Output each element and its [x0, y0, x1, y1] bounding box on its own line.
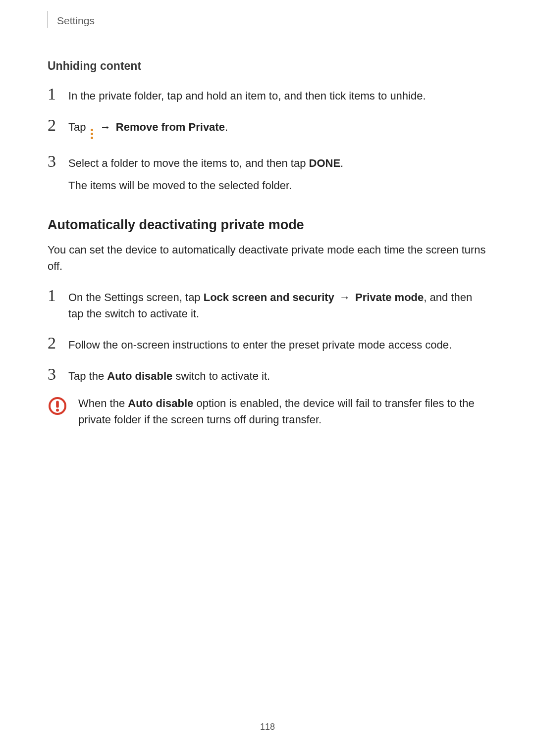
step-text-b2: Private mode — [355, 291, 424, 303]
more-options-icon — [91, 129, 93, 140]
step-text-prefix: Select a folder to move the items to, an… — [68, 157, 309, 169]
step-text-bold: DONE — [309, 157, 341, 169]
step-text-b1: Auto disable — [107, 370, 172, 382]
caution-box: When the Auto disable option is enabled,… — [48, 395, 489, 428]
step-3: 3 Select a folder to move the items to, … — [48, 153, 489, 194]
step-number: 2 — [48, 335, 59, 352]
step-2: 2 Follow the on-screen instructions to e… — [48, 335, 489, 353]
step-text: Follow the on-screen instructions to ent… — [68, 337, 452, 353]
step-text-prefix: Tap — [68, 121, 89, 133]
step-2: 2 Tap → Remove from Private. — [48, 117, 489, 140]
page: Settings Unhiding content 1 In the priva… — [0, 0, 535, 756]
caution-icon — [48, 396, 67, 418]
page-number: 118 — [0, 722, 535, 732]
steps-unhiding: 1 In the private folder, tap and hold an… — [48, 86, 489, 194]
step-text: Select a folder to move the items to, an… — [68, 155, 343, 194]
arrow-icon: → — [97, 121, 114, 133]
section-title-auto-deactivate: Automatically deactivating private mode — [48, 217, 489, 233]
section-title-unhiding: Unhiding content — [48, 59, 489, 73]
step-number: 1 — [48, 86, 59, 102]
step-text-p2: switch to activate it. — [172, 370, 270, 382]
step-number: 1 — [48, 287, 59, 304]
step-text-p1: Tap the — [68, 370, 107, 382]
step-text: In the private folder, tap and hold an i… — [68, 88, 426, 104]
steps-auto-deactivate: 1 On the Settings screen, tap Lock scree… — [48, 287, 489, 384]
step-text: Tap → Remove from Private. — [68, 119, 228, 140]
header-rule — [48, 11, 48, 28]
step-3: 3 Tap the Auto disable switch to activat… — [48, 366, 489, 384]
caution-b1: Auto disable — [128, 397, 193, 409]
svg-rect-1 — [56, 401, 59, 408]
step-text: On the Settings screen, tap Lock screen … — [68, 289, 489, 322]
svg-point-2 — [56, 409, 59, 412]
header-title: Settings — [57, 15, 95, 27]
step-text-suffix: . — [340, 157, 343, 169]
step-1: 1 In the private folder, tap and hold an… — [48, 86, 489, 104]
step-number: 3 — [48, 153, 59, 170]
step-1: 1 On the Settings screen, tap Lock scree… — [48, 287, 489, 322]
step-text-suffix: . — [225, 121, 228, 133]
step-number: 2 — [48, 117, 59, 134]
header: Settings — [48, 14, 489, 28]
caution-p1: When the — [78, 397, 128, 409]
arrow-icon: → — [336, 291, 353, 303]
step-text: Tap the Auto disable switch to activate … — [68, 368, 270, 384]
step-subtext: The items will be moved to the selected … — [68, 177, 343, 194]
step-text-b1: Lock screen and security — [204, 291, 334, 303]
step-text-bold: Remove from Private — [116, 121, 225, 133]
step-text-p1: On the Settings screen, tap — [68, 291, 204, 303]
section-intro: You can set the device to automatically … — [48, 242, 489, 274]
step-number: 3 — [48, 366, 59, 383]
caution-text: When the Auto disable option is enabled,… — [78, 395, 489, 428]
